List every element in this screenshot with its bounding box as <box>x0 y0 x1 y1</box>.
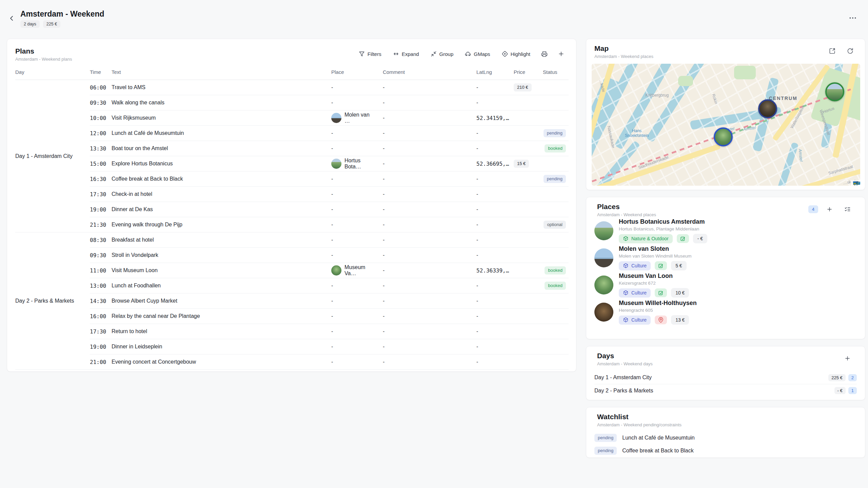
checkbox-check-icon <box>680 236 686 242</box>
plan-status: optional <box>536 217 569 232</box>
plan-row[interactable]: 16:30Coffee break at Back to Black---pen… <box>15 171 569 187</box>
plan-row[interactable]: 19:00Dinner at De Kas--- <box>15 202 569 217</box>
plan-price <box>507 187 536 202</box>
plan-row[interactable]: 14:30Browse Albert Cuyp Market--- <box>15 293 569 309</box>
plan-latlng: - <box>470 95 507 110</box>
plus-icon <box>844 355 851 362</box>
plan-row[interactable]: 09:30Stroll in Vondelpark--- <box>15 248 569 263</box>
watchlist-status-badge: pending <box>594 434 617 442</box>
plan-text: Explore Hortus Botanicus <box>112 156 324 171</box>
status-badge: booked <box>545 282 566 290</box>
plan-row[interactable]: Day 1 - Amsterdam City06:00Travel to AMS… <box>15 80 569 95</box>
group-label: Group <box>439 51 454 57</box>
plan-row[interactable]: 21:30Evening walk through De Pijp---opti… <box>15 217 569 232</box>
overflow-menu-button[interactable] <box>848 14 859 22</box>
plan-place: - <box>324 293 376 309</box>
print-button[interactable] <box>538 49 551 59</box>
map-fullscreen-button[interactable] <box>826 46 839 56</box>
filters-button[interactable]: Filters <box>355 49 386 59</box>
places-subtitle: Amsterdam - Weekend places <box>597 212 656 217</box>
plan-latlng: - <box>470 293 507 309</box>
place-thumbnail <box>331 159 341 169</box>
plan-text: Travel to AMS <box>112 80 324 95</box>
map-label: CENTRUM <box>769 96 797 101</box>
plan-place: - <box>324 187 376 202</box>
day-label: Day 2 - Parks & Markets <box>594 388 653 394</box>
plan-status <box>536 110 569 126</box>
add-day-button[interactable] <box>841 353 854 364</box>
plan-comment: - <box>376 293 470 309</box>
place-name: Museum Van Loon <box>619 272 689 280</box>
plan-status <box>536 309 569 324</box>
plan-comment: - <box>376 278 470 293</box>
map-attribution: Leaflet | © OpenStreetMap, © CARTO <box>851 180 860 186</box>
plan-row[interactable]: 11:00Visit Museum LoonMuseum Va…-52.3633… <box>15 263 569 278</box>
plan-latlng: - <box>470 324 507 339</box>
add-place-button[interactable] <box>823 204 836 215</box>
map-label: Hans Snoekfontein <box>621 128 652 138</box>
watchlist-label: Lunch at Café de Museumtuin <box>622 435 694 441</box>
map-refresh-button[interactable] <box>844 46 857 56</box>
leaflet-map[interactable]: KrijtbergbrugRokinAmstelAmstelCENTRUMWat… <box>592 64 860 186</box>
plan-time: 19:00 <box>90 339 112 354</box>
plan-row[interactable]: 17:30Return to hotel--- <box>15 324 569 339</box>
checkbox-check-icon <box>658 290 664 296</box>
place-list-item[interactable]: Molen van Sloten Molen van Sloten Windmi… <box>594 244 857 271</box>
plan-place: - <box>324 126 376 141</box>
marker-hortus-botanicus[interactable] <box>825 82 844 101</box>
watchlist-item[interactable]: pendingCoffee break at Back to Black <box>594 444 857 457</box>
duration-badge: 2 days <box>20 20 40 28</box>
expand-button[interactable]: Expand <box>389 49 423 59</box>
place-list-item[interactable]: Museum Van Loon Keizersgracht 672 Cultur… <box>594 271 857 299</box>
plan-status <box>536 354 569 370</box>
plan-comment: - <box>376 232 470 248</box>
place-address: Herengracht 605 <box>619 308 697 313</box>
day-count-badge: 1 <box>848 387 857 394</box>
place-category-label: Nature & Outdoor <box>631 236 669 241</box>
plan-row[interactable]: 10:00Visit RijksmuseumMolen van …-52.341… <box>15 110 569 126</box>
place-list-item[interactable]: Hortus Botanicus Amsterdam Hortus Botani… <box>594 217 857 244</box>
day-list-item[interactable]: Day 1 - Amsterdam City225 €2 <box>594 371 857 384</box>
day-list-item[interactable]: Day 2 - Parks & Markets- €1 <box>594 384 857 397</box>
plan-text: Boat tour on the Amstel <box>112 141 324 156</box>
plan-row[interactable]: 13:00Lunch at Foodhallen---booked <box>15 278 569 293</box>
status-badge: booked <box>545 266 566 274</box>
places-checklist-button[interactable] <box>841 204 854 215</box>
plan-price <box>507 202 536 217</box>
col-price: Price <box>507 69 536 80</box>
map-panel: Map Amsterdam - Weekend places <box>586 39 865 190</box>
map-park <box>734 66 756 79</box>
plan-row[interactable]: 16:00Relax by the canal near De Plantage… <box>15 309 569 324</box>
plans-title: Plans <box>15 47 72 55</box>
place-name: Molen van … <box>344 112 376 124</box>
watchlist-item[interactable]: pendingLunch at Café de Museumtuin <box>594 431 857 444</box>
plan-place: - <box>324 324 376 339</box>
cube-icon <box>623 236 629 242</box>
plan-place: Molen van … <box>324 110 376 126</box>
marker-museum-willet[interactable] <box>758 99 777 118</box>
place-list-item[interactable]: Museum Willet-Holthuysen Herengracht 605… <box>594 299 857 326</box>
gmaps-button[interactable]: GMaps <box>461 49 494 59</box>
highlight-button[interactable]: Highlight <box>498 49 534 59</box>
plan-row[interactable]: 15:00Explore Hortus BotanicusHortus Bota… <box>15 156 569 171</box>
days-title: Days <box>597 352 653 360</box>
status-badge: pending <box>544 129 566 137</box>
plan-row[interactable]: 19:00Dinner in Leidseplein--- <box>15 339 569 354</box>
marker-museum-van-loon[interactable] <box>714 127 733 146</box>
plan-row[interactable]: 09:30Walk along the canals--- <box>15 95 569 110</box>
back-button[interactable] <box>7 14 17 23</box>
plan-row[interactable]: 12:00Lunch at Café de Museumtuin---pendi… <box>15 126 569 141</box>
plan-row[interactable]: 13:30Boat tour on the Amstel---booked <box>15 141 569 156</box>
plan-row[interactable]: 21:00Evening concert at Concertgebouw--- <box>15 354 569 370</box>
add-plan-button[interactable] <box>554 48 568 59</box>
plan-price <box>507 248 536 263</box>
plus-icon <box>826 206 833 212</box>
plan-time: 10:00 <box>90 110 112 126</box>
plan-status <box>536 187 569 202</box>
plan-row[interactable]: Day 2 - Parks & Markets08:30Breakfast at… <box>15 232 569 248</box>
plan-comment: - <box>376 263 470 278</box>
plan-row[interactable]: 17:30Check-in at hotel--- <box>15 187 569 202</box>
group-button[interactable]: Group <box>427 49 458 59</box>
carto-link[interactable]: CARTO <box>853 181 860 186</box>
plan-comment: - <box>376 202 470 217</box>
